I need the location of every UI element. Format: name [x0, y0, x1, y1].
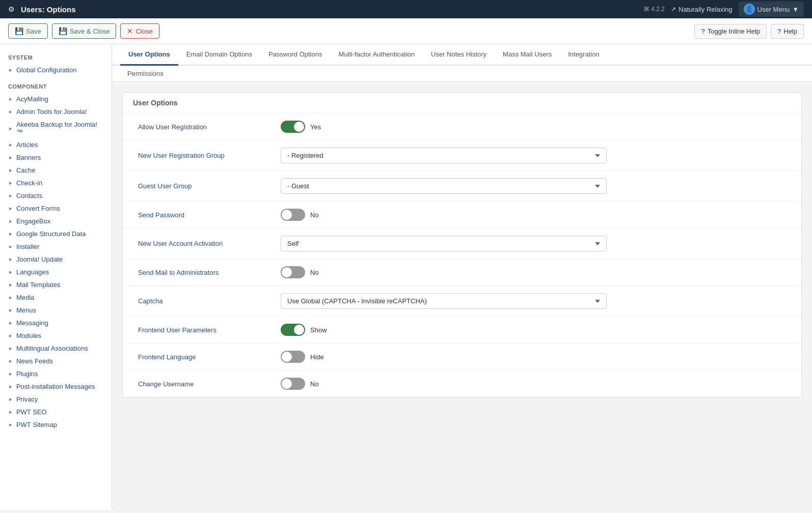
sidebar-item-privacy[interactable]: ►Privacy [0, 393, 112, 406]
close-label: Close [136, 27, 152, 35]
chevron-right-icon: ► [8, 371, 13, 377]
tab-user-options[interactable]: User Options [120, 44, 178, 66]
toggle-0[interactable] [281, 121, 305, 133]
chevron-right-icon: ► [8, 96, 13, 102]
sidebar-item-check-in[interactable]: ►Check-in [0, 177, 112, 189]
form-control-5: No [281, 266, 786, 278]
chevron-right-icon: ► [8, 295, 13, 300]
sidebar-item-cache[interactable]: ►Cache [0, 164, 112, 177]
close-icon: ✕ [127, 27, 133, 35]
sidebar-item-mail-templates[interactable]: ►Mail Templates [0, 278, 112, 291]
chevron-right-icon: ► [8, 244, 13, 249]
form-row-4: New User Account ActivationSelf [123, 229, 801, 259]
toggle-5[interactable] [281, 266, 305, 278]
toggle-knob-5 [282, 267, 292, 277]
form-row-2: Guest User Group- Guest [123, 171, 801, 202]
form-control-2: - Guest [281, 178, 786, 194]
sidebar-item-articles[interactable]: ►Articles [0, 138, 112, 151]
tab-password-options[interactable]: Password Options [260, 44, 331, 66]
toggle-3[interactable] [281, 209, 305, 221]
toolbar-buttons: 💾 Save 💾 Save & Close ✕ Close [8, 23, 159, 39]
form-control-4: Self [281, 236, 786, 251]
chevron-right-icon: ► [8, 307, 13, 313]
tab-multi-factor-authentication[interactable]: Multi-factor Authentication [330, 44, 423, 66]
sidebar-item-media[interactable]: ►Media [0, 291, 112, 304]
toggle-knob-0 [294, 122, 304, 132]
select-6[interactable]: Use Global (CAPTCHA - Invisible reCAPTCH… [281, 293, 607, 309]
sidebar-item-installer[interactable]: ►Installer [0, 240, 112, 253]
form-control-0: Yes [281, 121, 786, 133]
select-4[interactable]: Self [281, 236, 607, 251]
sidebar-item-global-configuration[interactable]: ►Global Configuration [0, 64, 112, 76]
sidebar-item-engagebox[interactable]: ►EngageBox [0, 215, 112, 227]
topbar-right: ⌘ 4.2.2 ↗ Naturally Relaxing 👤 User Menu… [643, 2, 804, 17]
help-circle-icon: ? [701, 27, 705, 35]
sidebar-component-heading: Component [0, 81, 112, 93]
form-row-6: CaptchaUse Global (CAPTCHA - Invisible r… [123, 286, 801, 317]
chevron-down-icon: ▼ [792, 6, 799, 13]
toggle-9[interactable] [281, 378, 305, 390]
sidebar-item-news-feeds[interactable]: ►News Feeds [0, 355, 112, 367]
sidebar-item-pwt-sitemap[interactable]: ►PWT Sitemap [0, 418, 112, 431]
user-menu-button[interactable]: 👤 User Menu ▼ [739, 2, 804, 17]
chevron-right-icon: ► [8, 67, 13, 73]
toggle-knob-9 [282, 379, 292, 389]
sidebar-item-google-structured-data[interactable]: ►Google Structured Data [0, 227, 112, 240]
save-button[interactable]: 💾 Save [8, 23, 48, 39]
close-button[interactable]: ✕ Close [120, 23, 159, 39]
tab-permissions[interactable]: Permissions [120, 66, 171, 81]
sidebar-item-contacts[interactable]: ►Contacts [0, 189, 112, 202]
topbar-left: ⚙ Users: Options [8, 5, 76, 14]
form-row-8: Frontend LanguageHide [123, 344, 801, 370]
user-menu-label: User Menu [757, 6, 790, 13]
content-area: User OptionsEmail Domain OptionsPassword… [112, 44, 812, 510]
sidebar-item-multilingual-associations[interactable]: ►Multilingual Associations [0, 342, 112, 355]
form-row-3: Send PasswordNo [123, 202, 801, 229]
form-label-6: Captcha [138, 297, 270, 305]
tab-integration[interactable]: Integration [560, 44, 607, 66]
select-2[interactable]: - Guest [281, 178, 607, 194]
toolbar: 💾 Save 💾 Save & Close ✕ Close ? Toggle I… [0, 18, 812, 44]
toggle-7[interactable] [281, 324, 305, 336]
form-label-8: Frontend Language [138, 353, 270, 361]
topbar: ⚙ Users: Options ⌘ 4.2.2 ↗ Naturally Rel… [0, 0, 812, 18]
tab-mass-mail-users[interactable]: Mass Mail Users [495, 44, 560, 66]
toggle-value-9: No [310, 380, 319, 388]
sidebar-item-messaging[interactable]: ►Messaging [0, 317, 112, 329]
gear-icon: ⚙ [8, 5, 15, 13]
form-row-0: Allow User RegistrationYes [123, 113, 801, 140]
sidebar-item-plugins[interactable]: ►Plugins [0, 367, 112, 380]
toggle-inline-help-label: Toggle Inline Help [708, 27, 760, 35]
save-close-icon: 💾 [59, 27, 67, 35]
form-control-3: No [281, 209, 786, 221]
site-link[interactable]: ↗ Naturally Relaxing [671, 6, 733, 13]
sidebar-item-banners[interactable]: ►Banners [0, 151, 112, 164]
sidebar-item-admin-tools-for-joomla![interactable]: ►Admin Tools for Joomla! [0, 105, 112, 118]
sidebar-item-post-installation-messages[interactable]: ►Post-installation Messages [0, 380, 112, 393]
tab-user-notes-history[interactable]: User Notes History [423, 44, 495, 66]
sidebar-item-akeeba-backup-for-joomla!™[interactable]: ►Akeeba Backup for Joomla!™ [0, 118, 112, 138]
sidebar: System ►Global Configuration Component ►… [0, 44, 112, 510]
sidebar-item-pwt-seo[interactable]: ►PWT SEO [0, 406, 112, 418]
toggle-inline-help-button[interactable]: ? Toggle Inline Help [694, 24, 767, 39]
chevron-right-icon: ► [8, 333, 13, 338]
sidebar-item-languages[interactable]: ►Languages [0, 266, 112, 278]
form-label-0: Allow User Registration [138, 123, 270, 131]
form-control-9: No [281, 378, 786, 390]
sidebar-item-joomla!-update[interactable]: ►Joomla! Update [0, 253, 112, 266]
form-label-9: Change Username [138, 380, 270, 388]
chevron-right-icon: ► [8, 282, 13, 288]
sub-tabs-bar: Permissions [112, 66, 812, 82]
select-1[interactable]: - Registered [281, 148, 607, 163]
help-button[interactable]: ? Help [771, 24, 804, 39]
sidebar-item-convert-forms[interactable]: ►Convert Forms [0, 202, 112, 215]
sidebar-item-modules[interactable]: ►Modules [0, 329, 112, 342]
toggle-8[interactable] [281, 351, 305, 363]
save-close-button[interactable]: 💾 Save & Close [52, 23, 117, 39]
form-control-8: Hide [281, 351, 786, 363]
form-label-5: Send Mail to Administrators [138, 269, 270, 276]
tab-email-domain-options[interactable]: Email Domain Options [178, 44, 260, 66]
save-icon: 💾 [15, 27, 23, 35]
sidebar-item-menus[interactable]: ►Menus [0, 304, 112, 317]
sidebar-item-acymailing[interactable]: ►AcyMailing [0, 93, 112, 105]
